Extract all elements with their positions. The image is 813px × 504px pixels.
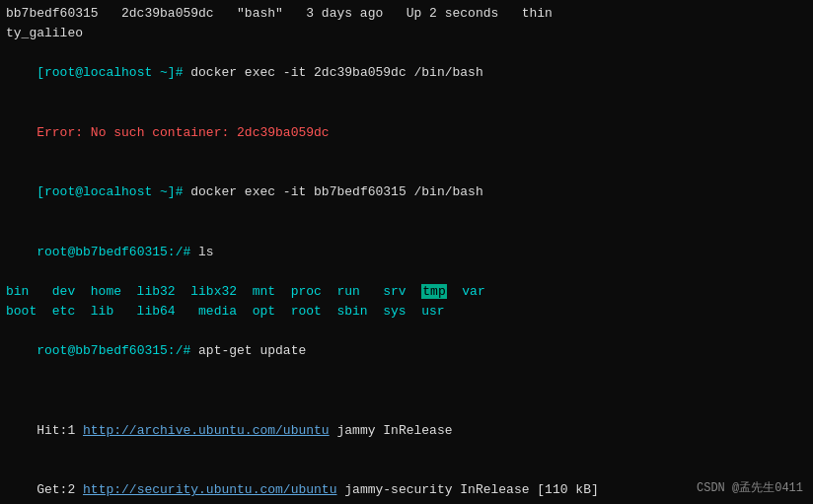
watermark: CSDN @孟先生0411 xyxy=(697,479,803,496)
apt-url: http://archive.ubuntu.com/ubuntu xyxy=(83,423,330,438)
prompt-3: [root@localhost ~]# xyxy=(37,65,190,80)
cmd-6: ls xyxy=(198,245,214,259)
line-7-ls: bin dev home lib32 libx32 mnt proc run s… xyxy=(6,282,807,302)
apt-label: Hit:1 xyxy=(37,423,83,438)
line-6: root@bb7bedf60315:/# ls xyxy=(6,223,807,282)
apt-rest: jammy-security InRelease [110 kB] xyxy=(336,482,598,497)
line-8-ls: boot etc lib lib64 media opt root sbin s… xyxy=(6,302,807,322)
line-9: root@bb7bedf60315:/# apt-get update xyxy=(6,322,807,381)
line-3: [root@localhost ~]# docker exec -it 2dc3… xyxy=(6,43,807,103)
tmp-highlight: tmp xyxy=(421,284,446,299)
apt-url: http://security.ubuntu.com/ubuntu xyxy=(83,482,336,497)
cmd-9: apt-get update xyxy=(198,343,306,358)
terminal: bb7bedf60315 2dc39ba059dc "bash" 3 days … xyxy=(0,0,813,504)
line-1: bb7bedf60315 2dc39ba059dc "bash" 3 days … xyxy=(6,4,807,24)
line-4-error: Error: No such container: 2dc39ba059dc xyxy=(6,104,807,163)
apt-rest: jammy InRelease xyxy=(330,423,453,438)
prompt-5: [root@localhost ~]# xyxy=(37,184,190,199)
line-2: ty_galileo xyxy=(6,24,807,43)
error-label: Error: No such container: 2dc39ba059dc xyxy=(37,125,329,140)
line-hit1: Hit:1 http://archive.ubuntu.com/ubuntu j… xyxy=(6,401,807,461)
prompt-9: root@bb7bedf60315:/# xyxy=(37,343,198,358)
line-5: [root@localhost ~]# docker exec -it bb7b… xyxy=(6,163,807,222)
apt-label: Get:2 xyxy=(37,482,83,497)
line-get2: Get:2 http://security.ubuntu.com/ubuntu … xyxy=(6,461,807,504)
prompt-6: root@bb7bedf60315:/# xyxy=(37,245,198,259)
line-blank xyxy=(6,382,807,401)
cmd-3: docker exec -it 2dc39ba059dc /bin/bash xyxy=(190,65,482,80)
cmd-5: docker exec -it bb7bedf60315 /bin/bash xyxy=(190,184,482,199)
